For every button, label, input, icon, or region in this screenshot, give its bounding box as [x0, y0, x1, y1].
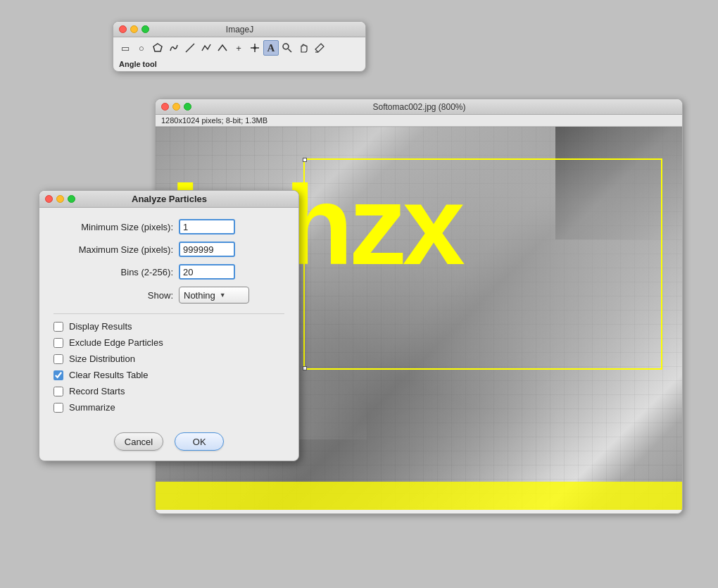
- svg-point-4: [253, 46, 256, 49]
- record-starts-checkbox[interactable]: [53, 387, 63, 396]
- image-titlebar: Softomac002.jpg (800%): [156, 99, 682, 115]
- show-label: Show:: [53, 290, 173, 301]
- freehand-tool[interactable]: [166, 40, 182, 56]
- bins-input[interactable]: [179, 264, 235, 280]
- summarize-checkbox[interactable]: [53, 403, 63, 413]
- angle-tool[interactable]: [215, 40, 230, 56]
- corner-dark: [555, 127, 682, 239]
- dialog-title: Analyze Particles: [46, 194, 293, 204]
- tool-icons-bar: ▭ ○ + A: [113, 37, 365, 58]
- cancel-button[interactable]: Cancel: [114, 432, 163, 451]
- min-size-input[interactable]: [179, 219, 235, 234]
- clear-results-row: Clear Results Table: [53, 370, 284, 380]
- toolbar-status: Angle tool: [113, 58, 365, 71]
- clear-results-checkbox[interactable]: [53, 370, 63, 380]
- yellow-bottom-strip: [156, 482, 682, 510]
- show-value: Nothing: [184, 290, 215, 301]
- dialog-body: Minimum Size (pixels): Maximum Size (pix…: [39, 208, 298, 425]
- show-row: Show: Nothing ▼: [53, 287, 284, 304]
- max-size-input[interactable]: [179, 242, 235, 257]
- magnifier-tool[interactable]: [279, 40, 295, 56]
- display-results-row: Display Results: [53, 321, 284, 332]
- size-dist-label: Size Distribution: [69, 354, 135, 364]
- imagej-titlebar: ImageJ: [113, 22, 365, 37]
- summarize-row: Summarize: [53, 402, 284, 413]
- image-info-bar: 1280x1024 pixels; 8-bit; 1.3MB: [156, 115, 682, 127]
- svg-line-6: [289, 49, 292, 53]
- svg-line-1: [186, 44, 194, 52]
- divider: [53, 313, 284, 314]
- rectangle-tool[interactable]: ▭: [118, 40, 133, 56]
- crosshair-tool[interactable]: +: [231, 40, 246, 56]
- min-size-label: Minimum Size (pixels):: [53, 222, 173, 232]
- show-dropdown[interactable]: Nothing ▼: [179, 287, 249, 304]
- point-tool[interactable]: [247, 40, 263, 56]
- exclude-edge-label: Exclude Edge Particles: [69, 337, 163, 348]
- svg-point-5: [283, 44, 289, 49]
- bins-row: Bins (2-256):: [53, 264, 284, 280]
- record-starts-row: Record Starts: [53, 386, 284, 396]
- max-size-label: Maximum Size (pixels):: [53, 244, 173, 255]
- display-results-checkbox[interactable]: [53, 322, 63, 332]
- ok-button[interactable]: OK: [175, 432, 224, 451]
- max-size-row: Maximum Size (pixels):: [53, 242, 284, 257]
- analyze-particles-dialog: Analyze Particles Minimum Size (pixels):…: [39, 190, 299, 461]
- hand-tool[interactable]: [296, 40, 311, 56]
- polygon-tool[interactable]: [150, 40, 165, 56]
- bins-label: Bins (2-256):: [53, 267, 173, 277]
- display-results-label: Display Results: [69, 321, 132, 332]
- exclude-edge-checkbox[interactable]: [53, 338, 63, 348]
- eyedropper-tool[interactable]: [312, 40, 327, 56]
- record-starts-label: Record Starts: [69, 386, 125, 396]
- summarize-label: Summarize: [69, 402, 115, 413]
- line-tool[interactable]: [182, 40, 198, 56]
- dropdown-arrow-icon: ▼: [220, 292, 226, 299]
- imagej-toolbar: ImageJ ▭ ○ + A Angle: [113, 21, 366, 72]
- dialog-titlebar: Analyze Particles: [39, 191, 298, 208]
- text-tool[interactable]: A: [263, 40, 279, 56]
- exclude-edge-row: Exclude Edge Particles: [53, 337, 284, 348]
- segmented-tool[interactable]: [199, 40, 214, 56]
- svg-marker-0: [153, 44, 162, 51]
- dialog-buttons: Cancel OK: [39, 425, 298, 461]
- imagej-title: ImageJ: [120, 25, 360, 35]
- size-dist-row: Size Distribution: [53, 354, 284, 364]
- oval-tool[interactable]: ○: [134, 40, 149, 56]
- size-dist-checkbox[interactable]: [53, 354, 63, 364]
- image-title: Softomac002.jpg (800%): [162, 102, 676, 112]
- clear-results-label: Clear Results Table: [69, 370, 148, 380]
- min-size-row: Minimum Size (pixels):: [53, 219, 284, 234]
